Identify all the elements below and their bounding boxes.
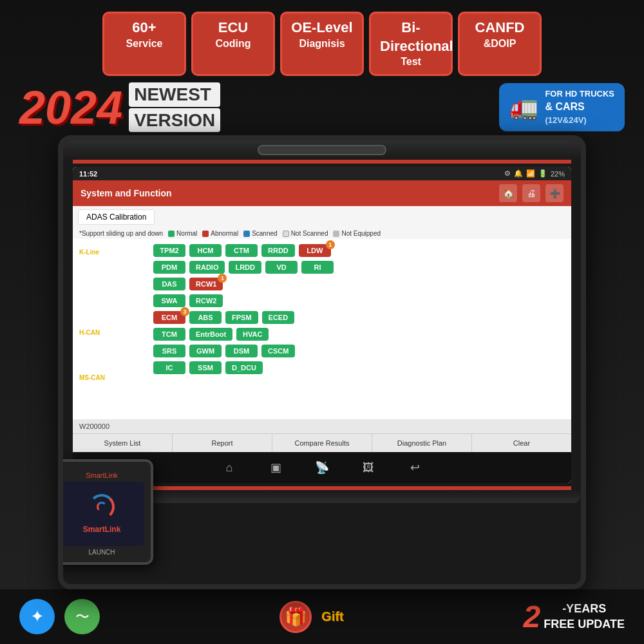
battery-percent: 22% <box>551 170 565 178</box>
tree-row-1: TPM2 HCM CTM RRDD LDW1 <box>153 244 566 257</box>
node-fpsm[interactable]: FPSM <box>225 311 258 324</box>
smartlink-circle-inner <box>97 502 107 512</box>
node-tcm[interactable]: TCM <box>153 328 185 341</box>
node-ic[interactable]: IC <box>153 361 185 374</box>
feature-badges-row: 60+ Service ECU Coding OE-Level Diagnisi… <box>0 0 644 82</box>
node-ddcu[interactable]: D_DCU <box>225 361 263 374</box>
tree-row-4: SWA RCW2 <box>153 294 566 307</box>
back-nav-icon[interactable]: ↩ <box>404 457 425 478</box>
tablet-screen: 11:52 ⚙ 🔔 📶 🔋 22% System and Function 🏠 … <box>73 167 571 483</box>
node-rcw2[interactable]: RCW2 <box>189 294 223 307</box>
node-hcm[interactable]: HCM <box>189 244 222 257</box>
node-swa[interactable]: SWA <box>153 294 185 307</box>
legend-normal: Normal <box>168 230 197 237</box>
update-label-block: -YEARS FREE UPDATE <box>544 601 625 632</box>
update-label2: FREE UPDATE <box>544 617 625 632</box>
home-icon-btn[interactable]: 🏠 <box>499 184 517 202</box>
system-function-bar: System and Function 🏠 🖨 ➕ <box>73 180 571 206</box>
legend-bar: *Support sliding up and down Normal Abno… <box>73 228 571 239</box>
tree-row-6: TCM EntrBoot HVAC <box>153 328 566 341</box>
gallery-nav-icon[interactable]: 🖼 <box>358 457 379 478</box>
node-rcw1[interactable]: RCW11 <box>189 278 223 290</box>
tree-row-8: IC SSM D_DCU <box>153 361 566 374</box>
truck-badge: 🚛 FOR HD TRUCKS & CARS (12V&24V) <box>499 83 625 131</box>
truck-text: FOR HD TRUCKS & CARS (12V&24V) <box>545 88 614 126</box>
tab-system-list[interactable]: System List <box>73 434 173 452</box>
bottom-section: ✦ 〜 🎁 Gift 2 -YEARS FREE UPDATE <box>0 589 644 644</box>
node-eced[interactable]: ECED <box>262 311 295 324</box>
legend-not-scanned: Not Scanned <box>283 230 328 237</box>
node-ssm[interactable]: SSM <box>189 361 222 374</box>
node-ecm[interactable]: ECM3 <box>153 311 185 324</box>
node-hvac[interactable]: HVAC <box>236 328 269 341</box>
wifi-button[interactable]: 〜 <box>64 599 100 634</box>
badge-ecu: ECU Coding <box>191 12 275 76</box>
node-pdm[interactable]: PDM <box>153 261 185 274</box>
version-left: 2024 NEWEST VERSION <box>19 82 220 132</box>
scanned-dot <box>243 231 250 237</box>
node-ctm[interactable]: CTM <box>225 244 258 257</box>
tab-report[interactable]: Report <box>173 434 272 452</box>
case-top <box>63 140 581 160</box>
status-bar: 11:52 ⚙ 🔔 📶 🔋 22% <box>73 167 571 180</box>
smartlink-screen: SmartLink <box>59 482 144 546</box>
smartlink-logo <box>89 494 115 520</box>
main-container: 60+ Service ECU Coding OE-Level Diagnisi… <box>0 0 644 644</box>
update-section: 2 -YEARS FREE UPDATE <box>524 601 625 632</box>
node-das[interactable]: DAS <box>153 278 185 290</box>
gift-text: Gift <box>321 609 343 624</box>
tree-row-2: PDM RADIO LRDD VD RI <box>153 261 566 274</box>
tab-diagnostic-plan[interactable]: Diagnostic Plan <box>372 434 472 452</box>
node-srs[interactable]: SRS <box>153 345 185 357</box>
wifi-icon: 〜 <box>75 607 90 627</box>
abnormal-dot <box>202 231 209 237</box>
node-radio[interactable]: RADIO <box>189 261 225 274</box>
tab-clear[interactable]: Clear <box>472 434 571 452</box>
node-abs[interactable]: ABS <box>189 311 222 324</box>
legend-not-equipped: Not Equipped <box>333 230 381 237</box>
badge-canfd: CANFD &DOIP <box>458 12 542 76</box>
node-dsm[interactable]: DSM <box>225 345 258 357</box>
node-vd[interactable]: VD <box>265 261 298 274</box>
vin-bar: W200000 <box>73 419 571 433</box>
node-gwm[interactable]: GWM <box>189 345 222 357</box>
bottom-tabs: System List Report Compare Results Diagn… <box>73 433 571 452</box>
red-stripe-top <box>73 160 571 164</box>
not-equipped-dot <box>333 231 339 237</box>
legend-scanned: Scanned <box>243 230 277 237</box>
notification-icon: 🔔 <box>514 169 523 178</box>
update-label1: -YEARS <box>544 601 625 616</box>
bluetooth-button[interactable]: ✦ <box>19 599 55 634</box>
node-ri[interactable]: RI <box>301 261 334 274</box>
tree-row-7: SRS GWM DSM CSCM <box>153 345 566 357</box>
home-nav-icon[interactable]: ⌂ <box>219 457 240 478</box>
settings-icon: ⚙ <box>504 169 511 178</box>
node-rrdd[interactable]: RRDD <box>261 244 295 257</box>
node-ldw[interactable]: LDW1 <box>299 244 331 257</box>
tree-row-3: DAS RCW11 <box>153 278 566 290</box>
normal-dot <box>168 231 175 237</box>
add-icon-btn[interactable]: ➕ <box>545 184 564 202</box>
recents-nav-icon[interactable]: ▣ <box>265 457 286 478</box>
device-area: 11:52 ⚙ 🔔 📶 🔋 22% System and Function 🏠 … <box>0 135 644 589</box>
version-banner: 2024 NEWEST VERSION 🚛 FOR HD TRUCKS & CA… <box>0 82 644 132</box>
node-cscm[interactable]: CSCM <box>261 345 295 357</box>
update-years: 2 <box>524 601 541 632</box>
vci-nav-icon[interactable]: 📡 <box>312 457 332 478</box>
tab-compare-results[interactable]: Compare Results <box>272 434 372 452</box>
hican-label: H-CAN <box>79 329 100 336</box>
mscan-label: MS-CAN <box>79 374 105 381</box>
print-icon-btn[interactable]: 🖨 <box>522 184 540 202</box>
badge-service: 60+ Service <box>102 12 186 76</box>
legend-note: *Support sliding up and down <box>79 230 163 237</box>
wifi-status-icon: 📶 <box>526 169 535 178</box>
smartlink-name-label: SmartLink <box>59 471 144 479</box>
adas-calibration-tab[interactable]: ADAS Calibration <box>78 209 155 225</box>
gift-badge: 🎁 <box>279 601 312 633</box>
vin-number: W200000 <box>79 422 109 430</box>
node-entrboot[interactable]: EntrBoot <box>189 328 232 341</box>
node-tpm2[interactable]: TPM2 <box>153 244 185 257</box>
time-display: 11:52 <box>79 170 97 178</box>
toolbar-icons: 🏠 🖨 ➕ <box>499 184 564 202</box>
node-lrdd[interactable]: LRDD <box>229 261 261 274</box>
